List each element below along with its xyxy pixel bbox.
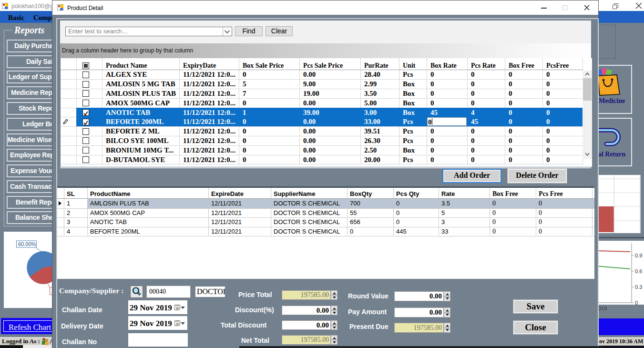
svg-text:0.6: 0.6 [635,268,642,274]
svg-text:0.9: 0.9 [635,253,642,258]
svg-text:60.00%: 60.00% [18,241,36,247]
svg-text:0: 0 [635,300,638,305]
svg-text:0.3: 0.3 [635,284,642,290]
